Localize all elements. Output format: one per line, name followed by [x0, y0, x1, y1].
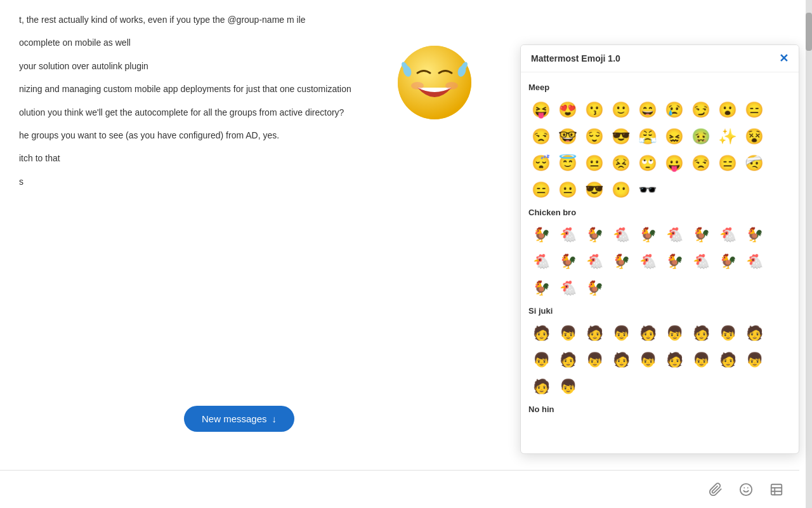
sticker-juki-11[interactable]: 🧑: [555, 347, 580, 373]
members-button[interactable]: [766, 479, 787, 500]
sticker-juki-2[interactable]: 👦: [555, 321, 580, 346]
emoji-picker-header: Mattermost Emoji 1.0 ✕: [521, 45, 799, 72]
emoji-meep-31[interactable]: 😶: [608, 177, 634, 203]
emoji-button[interactable]: [736, 479, 756, 500]
sticker-chicken-10[interactable]: 🐔: [528, 249, 554, 274]
emoji-meep-22[interactable]: 😣: [608, 150, 634, 176]
meep-emoji-grid: 😝 😍 😗 🙂 😄 😢 😏 😮 😑 😒 🤓 😌 😎 😤 😖 🤢 ✨ 😵 😴 😇 …: [528, 97, 791, 203]
sticker-chicken-1[interactable]: 🐓: [528, 222, 554, 248]
emoji-meep-12[interactable]: 😌: [582, 124, 607, 149]
sticker-chicken-8[interactable]: 🐔: [715, 222, 740, 248]
sticker-chicken-4[interactable]: 🐔: [608, 222, 634, 248]
sticker-juki-6[interactable]: 👦: [662, 321, 687, 346]
emoji-meep-2[interactable]: 😍: [555, 97, 580, 123]
chat-toolbar: [0, 470, 799, 508]
sticker-juki-14[interactable]: 👦: [635, 347, 660, 373]
emoji-meep-20[interactable]: 😇: [555, 150, 580, 176]
section-label-no-hin: No hin: [528, 404, 791, 414]
sticker-chicken-2[interactable]: 🐔: [555, 222, 580, 248]
sticker-juki-8[interactable]: 👦: [715, 321, 740, 346]
sticker-juki-5[interactable]: 🧑: [635, 321, 660, 346]
emoji-meep-26[interactable]: 😑: [715, 150, 740, 176]
emoji-meep-32[interactable]: 🕶️: [635, 177, 660, 203]
section-label-chicken-bro: Chicken bro: [528, 208, 791, 217]
emoji-meep-10[interactable]: 😒: [528, 124, 554, 149]
emoji-meep-17[interactable]: ✨: [715, 124, 740, 149]
emoji-meep-18[interactable]: 😵: [742, 124, 767, 149]
new-messages-label: New messages: [202, 413, 267, 424]
sticker-chicken-12[interactable]: 🐔: [582, 249, 607, 274]
emoji-meep-23[interactable]: 🙄: [635, 150, 660, 176]
sticker-chicken-18[interactable]: 🐔: [742, 249, 767, 274]
svg-rect-11: [771, 484, 782, 495]
emoji-meep-4[interactable]: 🙂: [608, 97, 634, 123]
emoji-meep-8[interactable]: 😮: [715, 97, 740, 123]
emoji-meep-1[interactable]: 😝: [528, 97, 554, 123]
sticker-chicken-15[interactable]: 🐓: [662, 249, 687, 274]
sticker-chicken-5[interactable]: 🐓: [635, 222, 660, 248]
sticker-chicken-6[interactable]: 🐔: [662, 222, 687, 248]
emoji-meep-21[interactable]: 😐: [582, 150, 607, 176]
sticker-chicken-21[interactable]: 🐓: [582, 276, 607, 301]
emoji-meep-5[interactable]: 😄: [635, 97, 660, 123]
section-label-si-juki: Si juki: [528, 306, 791, 316]
sticker-juki-15[interactable]: 🧑: [662, 347, 687, 373]
attachment-button[interactable]: [705, 479, 726, 500]
sticker-chicken-16[interactable]: 🐔: [688, 249, 714, 274]
emoji-meep-28[interactable]: 😑: [528, 177, 554, 203]
sticker-chicken-20[interactable]: 🐔: [555, 276, 580, 301]
emoji-meep-3[interactable]: 😗: [582, 97, 607, 123]
sticker-juki-13[interactable]: 🧑: [608, 347, 634, 373]
sticker-juki-17[interactable]: 🧑: [715, 347, 740, 373]
emoji-picker-body[interactable]: Meep 😝 😍 😗 🙂 😄 😢 😏 😮 😑 😒 🤓 😌 😎 😤 😖 🤢 ✨ 😵…: [521, 72, 799, 453]
svg-point-8: [740, 483, 752, 495]
sticker-chicken-3[interactable]: 🐓: [582, 222, 607, 248]
sticker-chicken-11[interactable]: 🐓: [555, 249, 580, 274]
emoji-meep-24[interactable]: 😛: [662, 150, 687, 176]
sticker-juki-16[interactable]: 👦: [688, 347, 714, 373]
main-scrollbar-thumb: [806, 13, 812, 51]
sticker-juki-9[interactable]: 🧑: [742, 321, 767, 346]
sticker-chicken-7[interactable]: 🐓: [688, 222, 714, 248]
sticker-juki-4[interactable]: 👦: [608, 321, 634, 346]
emoji-meep-15[interactable]: 😖: [662, 124, 687, 149]
emoji-meep-11[interactable]: 🤓: [555, 124, 580, 149]
emoji-meep-6[interactable]: 😢: [662, 97, 687, 123]
sticker-juki-12[interactable]: 👦: [582, 347, 607, 373]
sticker-juki-3[interactable]: 🧑: [582, 321, 607, 346]
sticker-chicken-13[interactable]: 🐓: [608, 249, 634, 274]
section-label-meep: Meep: [528, 83, 791, 92]
emoji-picker-close-button[interactable]: ✕: [779, 53, 789, 64]
chat-message-1: t, the rest actually kind of works, even…: [19, 13, 793, 27]
emoji-meep-9[interactable]: 😑: [742, 97, 767, 123]
sticker-juki-20[interactable]: 👦: [555, 374, 580, 399]
sticker-juki-18[interactable]: 👦: [742, 347, 767, 373]
emoji-meep-7[interactable]: 😏: [688, 97, 714, 123]
chicken-bro-emoji-grid: 🐓 🐔 🐓 🐔 🐓 🐔 🐓 🐔 🐓 🐔 🐓 🐔 🐓 🐔 🐓 🐔 🐓 🐔 🐓 🐔 …: [528, 222, 791, 301]
emoji-meep-14[interactable]: 😤: [635, 124, 660, 149]
sticker-chicken-14[interactable]: 🐔: [635, 249, 660, 274]
sticker-chicken-17[interactable]: 🐓: [715, 249, 740, 274]
sticker-chicken-9[interactable]: 🐓: [742, 222, 767, 248]
sticker-juki-19[interactable]: 🧑: [528, 374, 554, 399]
sticker-juki-10[interactable]: 👦: [528, 347, 554, 373]
emoji-meep-16[interactable]: 🤢: [688, 124, 714, 149]
emoji-meep-27[interactable]: 🤕: [742, 150, 767, 176]
new-messages-arrow: ↓: [272, 413, 277, 424]
emoji-meep-29[interactable]: 😐: [555, 177, 580, 203]
sticker-juki-1[interactable]: 🧑: [528, 321, 554, 346]
emoji-meep-19[interactable]: 😴: [528, 150, 554, 176]
emoji-meep-25[interactable]: 😒: [688, 150, 714, 176]
emoji-picker-panel: Mattermost Emoji 1.0 ✕ Meep 😝 😍 😗 🙂 😄 😢 …: [520, 44, 799, 454]
emoji-meep-13[interactable]: 😎: [608, 124, 634, 149]
main-scrollbar[interactable]: [806, 0, 812, 508]
sticker-juki-7[interactable]: 🧑: [688, 321, 714, 346]
si-juki-emoji-grid: 🧑 👦 🧑 👦 🧑 👦 🧑 👦 🧑 👦 🧑 👦 🧑 👦 🧑 👦 🧑 👦 🧑 👦: [528, 321, 791, 399]
sticker-chicken-19[interactable]: 🐓: [528, 276, 554, 301]
emoji-meep-30[interactable]: 😎: [582, 177, 607, 203]
emoji-picker-title: Mattermost Emoji 1.0: [531, 53, 620, 64]
new-messages-button[interactable]: New messages ↓: [184, 406, 294, 432]
